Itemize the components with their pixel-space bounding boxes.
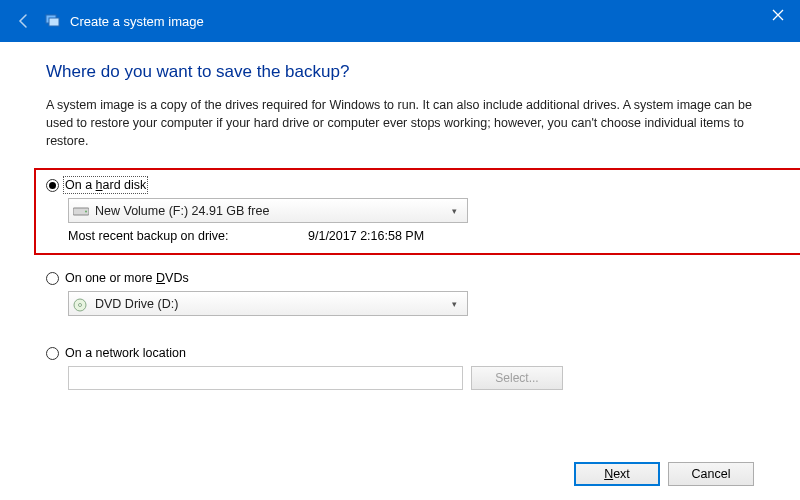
svg-rect-1 <box>49 18 59 26</box>
radio-icon <box>46 347 59 360</box>
window-title: Create a system image <box>70 14 204 29</box>
option-dvds-group: On one or more DVDs DVD Drive (D:) ▾ <box>46 271 754 316</box>
hard-disk-dropdown[interactable]: New Volume (F:) 24.91 GB free ▾ <box>68 198 468 223</box>
radio-network[interactable]: On a network location <box>46 346 754 360</box>
svg-point-3 <box>85 210 87 212</box>
radio-hard-disk-label: On a hard disk <box>65 178 146 192</box>
network-location-input[interactable] <box>68 366 463 390</box>
wizard-footer: Next Cancel <box>574 462 754 486</box>
option-hard-disk-group: On a hard disk New Volume (F:) 24.91 GB … <box>34 168 800 255</box>
radio-hard-disk[interactable]: On a hard disk <box>46 178 800 192</box>
cancel-button[interactable]: Cancel <box>668 462 754 486</box>
dvd-dropdown-value: DVD Drive (D:) <box>95 297 445 311</box>
next-button[interactable]: Next <box>574 462 660 486</box>
hard-disk-dropdown-value: New Volume (F:) 24.91 GB free <box>95 204 445 218</box>
chevron-down-icon: ▾ <box>445 299 463 309</box>
page-description: A system image is a copy of the drives r… <box>46 96 754 150</box>
titlebar: Create a system image <box>0 0 800 42</box>
radio-dvds-label: On one or more DVDs <box>65 271 189 285</box>
drive-icon <box>73 205 89 217</box>
meta-label: Most recent backup on drive: <box>68 229 308 243</box>
wizard-body: Where do you want to save the backup? A … <box>0 42 800 390</box>
page-heading: Where do you want to save the backup? <box>46 62 754 82</box>
meta-value: 9/1/2017 2:16:58 PM <box>308 229 424 243</box>
option-network-group: On a network location Select... <box>46 346 754 390</box>
radio-icon <box>46 179 59 192</box>
close-button[interactable] <box>755 0 800 30</box>
disc-icon <box>73 298 89 310</box>
select-network-button[interactable]: Select... <box>471 366 563 390</box>
system-image-icon <box>44 12 62 30</box>
svg-point-5 <box>79 303 82 306</box>
dvd-dropdown[interactable]: DVD Drive (D:) ▾ <box>68 291 468 316</box>
back-arrow-icon <box>14 11 34 31</box>
radio-dvds[interactable]: On one or more DVDs <box>46 271 754 285</box>
chevron-down-icon: ▾ <box>445 206 463 216</box>
radio-network-label: On a network location <box>65 346 186 360</box>
radio-icon <box>46 272 59 285</box>
hard-disk-meta: Most recent backup on drive: 9/1/2017 2:… <box>68 229 800 243</box>
